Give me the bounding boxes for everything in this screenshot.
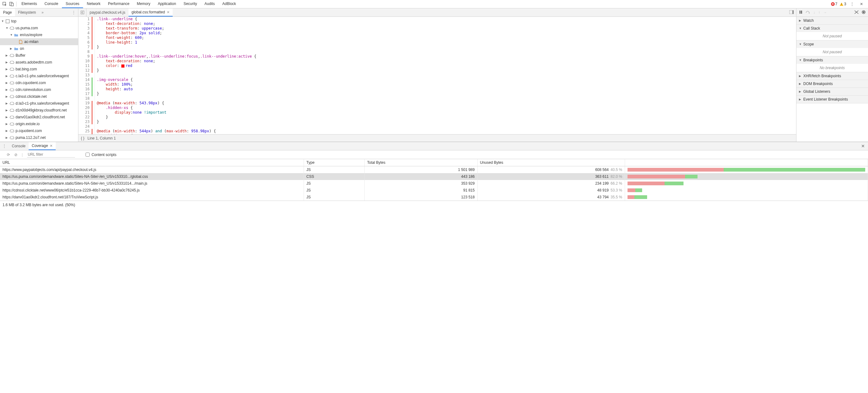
tab-memory[interactable]: Memory [133, 0, 154, 8]
caret-icon[interactable]: ▶ [6, 129, 9, 132]
caret-icon[interactable]: ▶ [6, 115, 9, 119]
caret-icon[interactable]: ▼ [1, 20, 4, 23]
caret-icon[interactable]: ▶ [6, 67, 9, 71]
close-tab-icon[interactable]: ✕ [50, 144, 53, 148]
caret-icon[interactable]: ▶ [6, 102, 9, 105]
content-scripts-input[interactable] [86, 152, 90, 157]
url-filter-input[interactable] [27, 152, 75, 158]
drawer-tab-coverage[interactable]: Coverage✕ [29, 142, 56, 150]
pause-icon[interactable] [799, 10, 803, 15]
tree-node[interactable]: ▶cdnssl.clicktale.net [0, 93, 78, 100]
tree-node[interactable]: ▼en/us/explore [0, 31, 78, 38]
tab-security[interactable]: Security [180, 0, 201, 8]
tree-node[interactable]: ▶cdn.roirevolution.com [0, 86, 78, 93]
coverage-table[interactable]: URLTypeTotal BytesUnused Bytes https://w… [0, 159, 868, 201]
code-lines[interactable]: .link--underline { text-decoration: none… [95, 17, 796, 134]
pause-exceptions-icon[interactable] [862, 10, 866, 15]
tree-node[interactable]: ac-milan [0, 38, 78, 45]
section-header[interactable]: ▼Scope [797, 40, 868, 48]
tree-node[interactable]: ▶c.la3-c1-phx.salesforceliveagent [0, 73, 78, 79]
section-header[interactable]: ▶Watch [797, 17, 868, 24]
caret-icon[interactable]: ▶ [6, 136, 9, 139]
tab-performance[interactable]: Performance [104, 0, 133, 8]
tree-node[interactable]: ▶pumaimages.azureedge.net [0, 141, 78, 142]
section-header[interactable]: ▼Breakpoints [797, 56, 868, 64]
warning-count[interactable]: 3 [840, 2, 846, 6]
caret-icon[interactable]: ▶ [6, 109, 9, 112]
section-header[interactable]: ▼Call Stack [797, 25, 868, 32]
tree-node[interactable]: ▶p.cquotient.com [0, 128, 78, 134]
caret-icon[interactable]: ▶ [6, 61, 9, 64]
caret-icon[interactable]: ▶ [6, 75, 9, 78]
pretty-print-icon[interactable]: { } [81, 136, 84, 140]
tree-node[interactable]: ▼top [0, 18, 78, 25]
tab-audits[interactable]: Audits [201, 0, 218, 8]
col-header[interactable]: Unused Bytes [477, 159, 625, 166]
line-gutter[interactable]: 1234567891011121314151617181920212223242… [79, 17, 95, 134]
tab-sources[interactable]: Sources [62, 0, 83, 8]
kebab-menu-icon[interactable]: ⋮ [849, 1, 856, 7]
tab-network[interactable]: Network [83, 0, 104, 8]
drawer-menu-icon[interactable]: ⋮ [0, 144, 9, 148]
tree-node[interactable]: ▶puma.112.2o7.net [0, 134, 78, 141]
tree-node[interactable]: ▶on [0, 45, 78, 52]
col-header[interactable]: URL [0, 159, 304, 166]
file-tab[interactable]: global.css:formatted✕ [128, 8, 173, 17]
caret-icon[interactable]: ▶ [6, 122, 9, 125]
coverage-row[interactable]: https://cdnssl.clicktale.net/www06/ptc/e… [0, 187, 868, 194]
tree-node[interactable]: ▶d1n00d49gkbray.cloudfront.net [0, 107, 78, 114]
code-editor[interactable]: 1234567891011121314151617181920212223242… [79, 17, 796, 134]
tree-node[interactable]: ▶d.la3-c1-phx.salesforceliveagent [0, 100, 78, 107]
content-scripts-checkbox[interactable]: Content scripts [86, 152, 116, 157]
deactivate-breakpoints-icon[interactable] [854, 10, 859, 15]
tree-node[interactable]: ▶cdn.cquotient.com [0, 79, 78, 86]
tree-node[interactable]: ▶Buffer [0, 52, 78, 59]
section-header[interactable]: ▶Event Listener Breakpoints [797, 95, 868, 103]
inspect-icon[interactable] [1, 1, 8, 7]
tab-console[interactable]: Console [41, 0, 62, 8]
col-header[interactable] [625, 159, 868, 166]
coverage-row[interactable]: https://www.paypalobjects.com/api/paypal… [0, 166, 868, 173]
step-out-icon[interactable]: ↑ [818, 10, 820, 15]
file-tree[interactable]: ▼top▼us.puma.com▼en/us/exploreac-milan▶o… [0, 17, 78, 142]
drawer-close-icon[interactable]: ✕ [858, 144, 868, 148]
step-over-icon[interactable] [806, 10, 810, 15]
file-tab[interactable]: paypal.checkout.v4.js [87, 8, 128, 17]
tree-node[interactable]: ▶bat.bing.com [0, 66, 78, 73]
tree-node[interactable]: ▼us.puma.com [0, 25, 78, 31]
step-into-icon[interactable]: ↓ [813, 10, 815, 15]
tab-elements[interactable]: Elements [18, 0, 41, 8]
reload-icon[interactable]: ⟳ [7, 152, 10, 157]
tab-adblock[interactable]: AdBlock [219, 0, 240, 8]
col-header[interactable]: Type [304, 159, 364, 166]
close-icon[interactable]: ✕ [858, 1, 865, 7]
col-header[interactable]: Total Bytes [365, 159, 477, 166]
device-toggle-icon[interactable] [8, 1, 15, 7]
section-header[interactable]: ▶Global Listeners [797, 88, 868, 95]
caret-icon[interactable]: ▶ [6, 88, 9, 91]
error-count[interactable]: ✕7 [831, 2, 838, 6]
caret-icon[interactable]: ▶ [6, 54, 9, 57]
clear-icon[interactable]: ⊘ [14, 152, 18, 157]
tab-application[interactable]: Application [154, 0, 180, 8]
nav-back-icon[interactable] [79, 8, 87, 17]
coverage-row[interactable]: https://us.puma.com/on/demandware.static… [0, 180, 868, 187]
drawer-tab-console[interactable]: Console [9, 142, 29, 150]
close-tab-icon[interactable]: ✕ [167, 10, 169, 14]
coverage-row[interactable]: https://danv01ao0kdr2.cloudfront.net/187… [0, 194, 868, 201]
show-nav-icon[interactable] [787, 10, 796, 15]
tree-node[interactable]: ▶assets.adobedtm.com [0, 59, 78, 66]
coverage-row[interactable]: https://us.puma.com/on/demandware.static… [0, 173, 868, 180]
more-tabs-icon[interactable]: » [39, 10, 46, 15]
tree-node[interactable]: ▶danv01ao0kdr2.cloudfront.net [0, 114, 78, 120]
section-header[interactable]: ▶DOM Breakpoints [797, 80, 868, 87]
navigator-menu-icon[interactable]: ⋮ [69, 10, 78, 15]
caret-icon[interactable]: ▼ [10, 33, 13, 36]
nav-tab-page[interactable]: Page [0, 9, 15, 16]
caret-icon[interactable]: ▶ [6, 95, 9, 98]
nav-tab-filesystem[interactable]: Filesystem [15, 9, 39, 16]
section-header[interactable]: ▶XHR/fetch Breakpoints [797, 72, 868, 80]
step-icon[interactable]: → [823, 10, 827, 15]
caret-icon[interactable]: ▼ [6, 26, 9, 30]
caret-icon[interactable]: ▶ [10, 47, 13, 50]
